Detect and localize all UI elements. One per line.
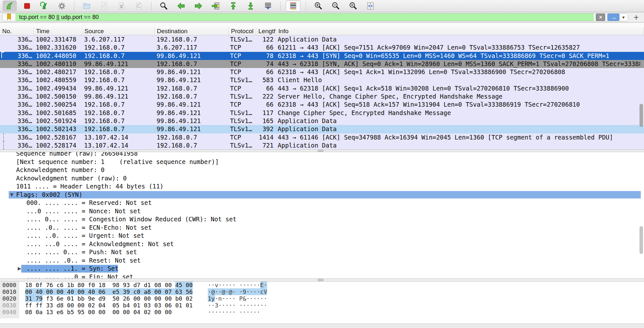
cell-length: 165 (255, 117, 274, 125)
hex-bytes: 31 79 f3 6e 01 bb 9e d9 50 26 00 00 00 0… (25, 295, 193, 302)
display-filter-field[interactable]: tcp.port == 80 || udp.port == 80 × → ▾ (2, 13, 628, 21)
go-last-packet-button[interactable] (244, 1, 258, 11)
zoom-out-button[interactable] (329, 1, 343, 11)
packet-row[interactable]: 336…1002.331620192.168.0.73.6.207.117TCP… (0, 43, 644, 52)
go-to-packet-button[interactable] (209, 1, 223, 11)
hex-row[interactable]: 002031 79 f3 6e 01 bb 9e d9 50 26 00 00 … (0, 295, 644, 302)
detail-line[interactable]: .... 0... .... = Congestion Window Reduc… (0, 215, 644, 224)
hex-row[interactable]: 000018 0f 76 c6 1b 80 f0 18 98 93 d7 d1 … (0, 282, 644, 288)
cell-time: 1002.331478 (36, 35, 82, 43)
cell-protocol: TCP (230, 84, 256, 92)
filter-dropdown-caret[interactable]: ▾ (621, 14, 625, 20)
save-file-button[interactable] (97, 1, 111, 11)
packet-row[interactable]: 336…1002.48011099.86.49.121192.168.0.7TC… (0, 60, 644, 68)
splitter-handle-icon[interactable] (318, 279, 323, 281)
filter-input-area[interactable]: tcp.port == 80 || udp.port == 80 (16, 14, 594, 21)
hex-ascii: ········ ······ (208, 309, 260, 315)
resize-columns-button[interactable] (363, 1, 378, 11)
packet-row[interactable]: 336…1002.49943499.86.49.121192.168.0.7TC… (0, 84, 644, 92)
detail-line[interactable]: 000. .... .... = Reserved: Not set (0, 199, 644, 207)
packet-row[interactable]: 336…1002.502143192.168.0.799.86.49.121TL… (0, 125, 644, 133)
filter-apply-button[interactable]: → (607, 14, 620, 21)
details-scrollbar-thumb[interactable] (639, 226, 643, 254)
packet-row[interactable]: 336…1002.500254192.168.0.799.86.49.121TC… (0, 101, 644, 109)
colorize-packets-button[interactable] (286, 0, 301, 12)
packet-list-scrollbar-thumb[interactable] (639, 104, 643, 127)
packet-bytes-pane: 000018 0f 76 c6 1b 80 f0 18 98 93 d7 d1 … (0, 282, 644, 323)
column-header-source[interactable]: Source (82, 27, 155, 35)
packet-row[interactable]: 336…1002.52817413.107.42.14192.168.0.7TL… (0, 141, 644, 150)
cell-info: Application Data (278, 125, 640, 133)
auto-scroll-button[interactable] (261, 1, 275, 11)
cell-info: 443 → 62318 [SYN, ACK] Seq=0 Ack=1 Win=2… (278, 60, 640, 68)
packet-row[interactable]: 336…1002.3314783.6.207.117192.168.0.7TLS… (0, 35, 644, 43)
packet-row[interactable]: 336…1002.501924192.168.0.799.86.49.121TL… (0, 117, 644, 125)
packet-row[interactable]: 336…1002.448050192.168.0.799.86.49.121TC… (0, 52, 644, 60)
column-header-time[interactable]: Time (34, 27, 82, 35)
go-back-button[interactable] (174, 1, 188, 11)
conversation-first-marker-icon (1, 52, 4, 58)
packet-row[interactable]: 336…1002.50015099.86.49.121192.168.0.7TL… (0, 92, 644, 101)
detail-line[interactable]: .... ..0. .... = Urgent: Not set (0, 232, 644, 240)
find-packet-button[interactable] (157, 1, 171, 11)
start-capture-button[interactable] (3, 1, 17, 11)
open-file-button[interactable] (80, 1, 94, 11)
close-file-button[interactable] (114, 1, 129, 11)
cell-no: 336… (0, 109, 32, 117)
capture-options-icon (57, 2, 66, 10)
detail-line[interactable]: .... ...0 .... = Acknowledgment: Not set (0, 240, 644, 248)
detail-line[interactable]: ▶.... .... ..1. = Syn: Set (0, 265, 644, 273)
detail-line[interactable]: .... .... 0... = Push: Not set (0, 248, 644, 256)
capture-options-button[interactable] (55, 1, 69, 11)
filter-add-button[interactable]: + (631, 12, 641, 23)
pane-splitter-top[interactable] (0, 150, 644, 152)
detail-line[interactable]: Acknowledgment number: 0 (0, 166, 644, 174)
detail-line-text: ...0 .... .... = Nonce: Not set (0, 207, 141, 215)
column-header-length[interactable]: Length (256, 27, 276, 35)
detail-line[interactable]: .... .... ...0 = Fin: Not set (0, 273, 644, 279)
detail-line-text: .... .... .0.. = Reset: Not set (0, 257, 141, 264)
column-header-info[interactable]: Info (276, 27, 644, 35)
pane-splitter-bottom[interactable] (0, 278, 644, 282)
detail-line[interactable]: [Next sequence number: 1 (relative seque… (0, 158, 644, 166)
detail-line[interactable]: .... .... .0.. = Reset: Not set (0, 256, 644, 265)
cell-no: 336… (0, 35, 32, 43)
go-forward-button[interactable] (191, 1, 206, 11)
detail-line[interactable]: 1011 .... = Header Length: 44 bytes (11) (0, 182, 644, 191)
detail-line[interactable]: ...0 .... .... = Nonce: Not set (0, 207, 644, 216)
detail-line[interactable]: Acknowledgment number (raw): 0 (0, 174, 644, 183)
hex-ascii: ··3····· ········ (208, 302, 267, 309)
packet-row[interactable]: 336…1002.480559192.168.0.799.86.49.121TL… (0, 76, 644, 84)
restart-capture-button[interactable] (37, 1, 52, 11)
splitter-handle-icon[interactable] (318, 150, 323, 152)
hex-row[interactable]: 001000 40 00 00 40 00 40 06 e5 39 c0 a8 … (0, 288, 644, 295)
detail-line-text: Acknowledgment number: 0 (0, 166, 105, 173)
toolbar-separator (306, 2, 306, 10)
column-header-destination[interactable]: Destination (155, 27, 229, 35)
hex-row[interactable]: 004008 0a 13 e6 b5 95 00 00 00 00 04 02 … (0, 309, 644, 315)
zoom-reset-button[interactable] (346, 1, 360, 11)
packet-row[interactable]: 336…1002.501685192.168.0.799.86.49.121TL… (0, 109, 644, 117)
filter-input-value[interactable]: tcp.port == 80 || udp.port == 80 (19, 14, 99, 21)
hex-offset: 0030 (0, 302, 19, 309)
packet-details-pane: Sequence number (raw): 2665041958[Next s… (0, 152, 644, 278)
reload-file-button[interactable] (132, 1, 146, 11)
hex-row[interactable]: 0030ff ff 33 d8 00 00 02 04 05 b4 01 03 … (0, 302, 644, 309)
packet-row[interactable]: 336…1002.480217192.168.0.799.86.49.121TC… (0, 68, 644, 76)
zoom-out-icon (331, 2, 340, 10)
packet-row[interactable]: 336…1002.52816713.107.42.14192.168.0.7TC… (0, 133, 644, 141)
open-file-icon (82, 2, 91, 10)
filter-bookmark-button[interactable] (3, 14, 16, 21)
column-header-protocol[interactable]: Protocol (229, 27, 256, 35)
detail-line[interactable]: ▼Flags: 0x002 (SYN) (0, 191, 644, 199)
go-first-packet-button[interactable] (226, 1, 240, 11)
cell-info: 62318 → 443 [ACK] Seq=518 Ack=157 Win=13… (278, 101, 640, 109)
stop-capture-button[interactable] (20, 1, 34, 11)
cell-source: 192.168.0.7 (84, 52, 154, 60)
detail-line[interactable]: Sequence number (raw): 2665041958 (0, 152, 644, 158)
detail-line[interactable]: .... .0.. .... = ECN-Echo: Not set (0, 224, 644, 232)
zoom-in-button[interactable] (311, 1, 325, 11)
cell-destination: 99.86.49.121 (157, 117, 228, 125)
column-header-no[interactable]: No. (0, 27, 34, 35)
filter-clear-button[interactable]: × (596, 14, 605, 21)
